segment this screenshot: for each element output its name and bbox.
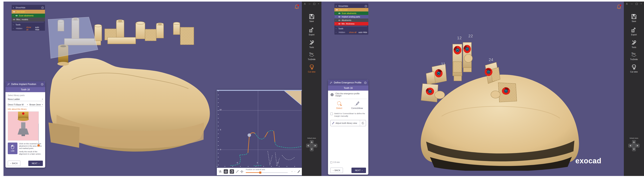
scene-tree-header[interactable]: ∧ Show/Hide [334,4,368,8]
slider-knob[interactable] [259,171,261,174]
auto-hide-toggle[interactable]: auto Hide [35,26,44,31]
tree-row-implant-analog-parts[interactable]: › Implant analog parts [334,15,368,19]
tree-row-misc-models[interactable]: Misc. models [12,18,45,21]
cross-section-plot[interactable] [217,91,302,168]
slider-knob[interactable] [38,144,40,147]
viewport-3d-right[interactable]: 11 12 22 24 ∧ Show/Hide Jaw scan › Scan … [322,2,624,176]
mode-correct-draw[interactable]: Correct/draw [348,101,366,109]
user-icon[interactable] [626,3,628,5]
swap-view-icon[interactable] [218,170,222,173]
trusmile-button[interactable]: Tru TruSmile [302,52,322,60]
history-clock-icon[interactable] [41,83,44,85]
history-clock-icon[interactable] [365,5,367,7]
expand-icon[interactable]: › [13,15,14,17]
copy-section-icon[interactable] [230,169,234,174]
cut-view-window[interactable]: 10 5 0 -5 0 5 Position on vertical axis [217,90,302,175]
export-button[interactable]: Export [302,27,322,36]
select-library-label: Select library parts [8,94,43,97]
save-label: Save [632,20,636,22]
plane-position-slider[interactable]: Position on vertical axis [245,168,290,175]
tree-row-scan-abutments[interactable]: › Scan abutments [12,14,45,18]
wizard-header: Define Emergence Profile [328,80,368,85]
move-plane-icon[interactable] [240,170,243,173]
wizard-define-implant-position: Define Implant Position Tooth 16 Select … [6,81,45,168]
teeth-section[interactable]: – Teeth [334,27,368,30]
window-controls: — × [302,3,319,5]
expand-icon[interactable]: › [336,23,337,25]
back-button[interactable]: ‹ BACK [8,161,20,166]
cut-view-button[interactable]: Cut view [624,64,644,73]
notification-bell[interactable] [294,4,300,10]
expand-icon[interactable]: › [336,19,337,21]
tibase-preview-render [8,112,38,140]
manual-margin-checkbox[interactable] [330,113,333,115]
scene-tree-header[interactable]: ∧ Show/Hide [12,6,45,10]
part-select[interactable]: Direct Ti-Base M ▾ [8,103,28,107]
show-all-link[interactable]: show all [26,26,34,31]
library-part-preview[interactable] [8,111,39,141]
tree-row-jaw[interactable]: Jaw scan [12,10,45,14]
tree-row-scan-abutments[interactable]: › Scan abutments [334,12,368,15]
cut-view-label: Cut view [308,71,315,73]
next-label: NEXT [355,169,360,171]
next-button[interactable]: NEXT › [28,161,43,166]
view-nav-pad[interactable] [306,140,317,151]
library-select[interactable]: Nova Ladder ▾ [8,97,43,101]
notification-badge [298,5,299,6]
zoom-out-icon[interactable]: − [294,170,296,173]
trusmile-icon: Tru [308,52,315,58]
expand-icon[interactable]: › [336,12,337,14]
tools-button[interactable]: Tools [624,40,644,48]
cut-view-button[interactable]: Cut view [302,64,322,73]
tree-footer: – Hidden show all auto Hide [12,26,45,30]
viewport-3d-left[interactable]: ∧ Show/Hide Jaw scan › Scan abutments Mi… [4,2,302,176]
teeth-label: Teeth [16,24,44,26]
view-nav-pad[interactable] [628,140,640,151]
slider-track[interactable] [246,172,288,173]
svg-text:Tru: Tru [632,52,635,55]
brush-icon[interactable] [297,170,300,173]
notification-bell[interactable] [616,4,622,10]
user-icon[interactable] [304,3,306,5]
refresh-icon[interactable] [360,122,366,124]
auto-hide-toggle[interactable]: auto Hide [358,31,367,33]
tree-row-jaw[interactable]: Jaw scan [334,8,368,12]
history-clock-icon[interactable] [364,81,366,84]
save-button[interactable]: Save [302,14,322,22]
minimize-icon[interactable]: — [631,3,633,5]
restore-icon[interactable] [313,3,315,5]
back-button[interactable]: ‹ BACK [330,168,343,173]
zoom-in-icon[interactable]: + [291,170,292,173]
mode-detect[interactable]: Detect [330,101,348,109]
export-button[interactable]: Export [624,27,644,36]
library-info-link[interactable]: Info about this library [8,108,43,110]
close-icon[interactable]: × [318,3,319,5]
tools-icon [309,40,315,46]
eye-icon [15,15,18,17]
save-button[interactable]: Save [624,14,644,22]
variant-select[interactable]: Brown 3mm ▾ [30,103,43,107]
draw-line-icon[interactable] [236,170,239,173]
tools-button[interactable]: Tools [302,40,322,48]
history-clock-icon[interactable] [41,7,44,9]
export-icon [309,27,315,33]
show-all-link[interactable]: show all [349,31,356,33]
tree-footer: – Hidden show all auto Hide [334,30,368,34]
close-icon[interactable]: × [640,3,642,5]
tree-row-min-thickness[interactable]: › Min. thickness [334,22,368,26]
divider [336,26,367,26]
expand-icon[interactable]: › [336,16,337,18]
contour-handle[interactable] [248,133,251,137]
restore-icon[interactable] [636,3,638,5]
trusmile-button[interactable]: Tru TruSmile [624,52,644,60]
pencil-icon [354,101,360,106]
preview-size-slider[interactable] [38,124,39,146]
chevron-right-icon: › [38,162,39,164]
info-icon: i [330,93,334,97]
minimize-icon[interactable]: — [308,3,310,5]
screenshot-camera-icon[interactable] [224,169,228,174]
collapse-icon: ∧ [13,7,14,9]
adjust-library-button[interactable]: Adjust tooth library view [330,120,366,126]
tree-row-abutments[interactable]: › Abutments [334,19,368,22]
next-button[interactable]: NEXT › [352,168,366,173]
